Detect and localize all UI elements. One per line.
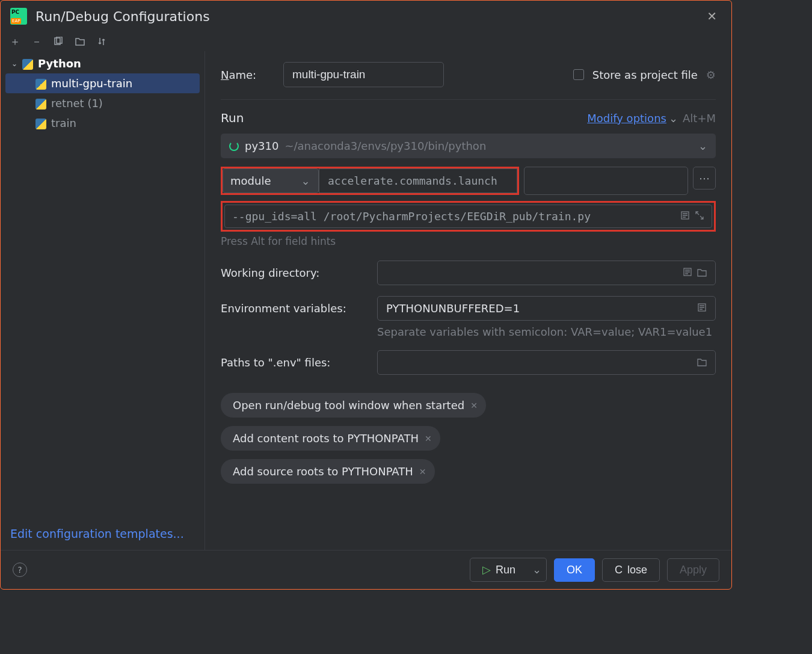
close-button[interactable]: Close	[602, 558, 660, 582]
config-main-panel: Name: Store as project file ⚙ Run Modify…	[205, 51, 731, 550]
module-extra-input[interactable]	[524, 167, 688, 195]
dialog-footer: ? ▷ Run ⌄ OK Close Apply	[1, 550, 731, 589]
workdir-input[interactable]	[377, 261, 716, 285]
interpreter-selector[interactable]: py310 ~/anaconda3/envs/py310/bin/python …	[221, 134, 716, 158]
add-config-icon[interactable]: ＋	[9, 35, 21, 48]
field-hint: Press Alt for field hints	[221, 235, 716, 247]
target-type-value: module	[230, 174, 271, 187]
module-name-input[interactable]	[319, 168, 517, 193]
play-icon: ▷	[482, 563, 491, 576]
folder-icon[interactable]	[74, 35, 86, 48]
tree-item-retnet[interactable]: retnet (1)	[5, 93, 200, 113]
apply-button[interactable]: Apply	[667, 558, 719, 582]
store-project-label: Store as project file	[592, 69, 698, 81]
interpreter-name: py310	[245, 140, 278, 152]
tree-item-multi-gpu-train[interactable]: multi-gpu-train	[5, 73, 200, 93]
name-label: Name:	[221, 69, 275, 81]
tree-item-label: multi-gpu-train	[51, 77, 132, 90]
browse-button[interactable]: ⋯	[693, 167, 716, 190]
chip-label: Add content roots to PYTHONPATH	[233, 432, 419, 445]
run-dropdown-button[interactable]: ⌄	[527, 558, 547, 582]
config-toolbar: ＋ －	[1, 32, 731, 51]
tree-category-python[interactable]: ⌄ Python	[5, 54, 200, 73]
option-chips: Open run/debug tool window when started …	[221, 393, 716, 484]
parameters-input-wrapper: --gpu_ids=all /root/PycharmProjects/EEGD…	[224, 205, 712, 228]
run-section-header: Run Modify options ⌄ Alt+M	[221, 99, 716, 125]
chip-label: Add source roots to PYTHONPATH	[233, 465, 413, 478]
folder-icon[interactable]	[697, 267, 707, 279]
tree-category-label: Python	[38, 57, 81, 70]
chip-label: Open run/debug tool window when started	[233, 399, 464, 412]
python-icon	[35, 117, 46, 129]
chevron-down-icon: ⌄	[669, 112, 678, 125]
workdir-label: Working directory:	[221, 267, 365, 279]
config-sidebar: ⌄ Python multi-gpu-train retnet (1) trai…	[1, 51, 205, 550]
envvars-input[interactable]: PYTHONUNBUFFERED=1	[377, 296, 716, 321]
chip-remove-icon[interactable]: ✕	[425, 434, 432, 443]
chip-remove-icon[interactable]: ✕	[419, 467, 426, 477]
tree-item-label: retnet (1)	[51, 97, 103, 110]
envpaths-label: Paths to ".env" files:	[221, 356, 365, 369]
run-section-title: Run	[221, 111, 244, 125]
chip-content-roots[interactable]: Add content roots to PYTHONPATH ✕	[221, 426, 440, 451]
edit-templates-link[interactable]: Edit configuration templates...	[1, 527, 205, 550]
python-icon	[35, 97, 46, 110]
interpreter-path: ~/anaconda3/envs/py310/bin/python	[285, 140, 486, 152]
dialog-title: Run/Debug Configurations	[35, 9, 210, 24]
config-name-input[interactable]	[283, 62, 444, 87]
close-icon[interactable]: ✕	[702, 7, 722, 26]
titlebar: Run/Debug Configurations ✕	[1, 1, 731, 32]
parameters-input[interactable]: --gpu_ids=all /root/PycharmProjects/EEGD…	[232, 210, 680, 223]
chip-remove-icon[interactable]: ✕	[470, 401, 478, 410]
chevron-down-icon: ⌄	[532, 563, 541, 576]
copy-config-icon[interactable]	[52, 35, 64, 48]
remove-config-icon[interactable]: －	[31, 35, 43, 48]
chevron-down-icon: ⌄	[11, 60, 17, 68]
pycharm-eap-icon	[10, 8, 27, 25]
tree-item-train[interactable]: train	[5, 113, 200, 133]
history-icon[interactable]	[683, 267, 692, 279]
expand-icon[interactable]	[695, 210, 704, 223]
help-icon[interactable]: ?	[13, 563, 27, 577]
chevron-down-icon: ⌄	[301, 174, 310, 187]
chevron-down-icon: ⌄	[698, 140, 707, 152]
modify-shortcut: Alt+M	[683, 112, 716, 125]
sort-icon[interactable]	[96, 35, 108, 48]
parameters-highlight: --gpu_ids=all /root/PycharmProjects/EEGD…	[221, 201, 716, 232]
config-tree: ⌄ Python multi-gpu-train retnet (1) trai…	[1, 51, 205, 527]
envpaths-input[interactable]	[377, 350, 716, 375]
run-debug-config-dialog: Run/Debug Configurations ✕ ＋ － ⌄ Python	[0, 0, 732, 590]
folder-icon[interactable]	[697, 356, 707, 369]
store-project-checkbox[interactable]	[573, 69, 584, 80]
python-icon	[22, 57, 33, 70]
envvars-label: Environment variables:	[221, 302, 365, 315]
modify-options-link[interactable]: Modify options	[587, 112, 666, 125]
run-button[interactable]: ▷ Run	[470, 558, 528, 582]
history-icon[interactable]	[680, 210, 690, 223]
envvars-hint: Separate variables with semicolon: VAR=v…	[377, 325, 716, 338]
list-icon[interactable]	[697, 302, 707, 315]
tree-item-label: train	[51, 117, 76, 129]
chip-open-toolwindow[interactable]: Open run/debug tool window when started …	[221, 393, 486, 418]
gear-icon[interactable]: ⚙	[706, 69, 716, 81]
chip-source-roots[interactable]: Add source roots to PYTHONPATH ✕	[221, 459, 435, 484]
loading-spinner-icon	[229, 141, 239, 151]
python-icon	[35, 77, 46, 90]
target-type-select[interactable]: module ⌄	[223, 168, 319, 193]
target-type-highlight: module ⌄	[221, 167, 519, 195]
ok-button[interactable]: OK	[554, 558, 595, 582]
